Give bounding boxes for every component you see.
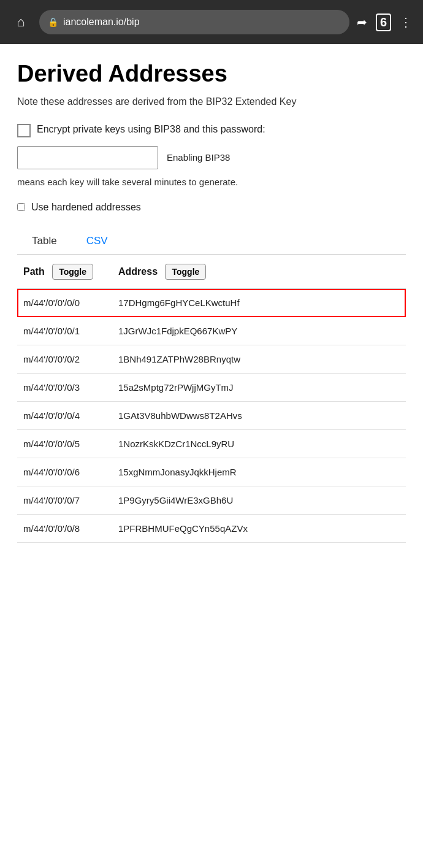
- path-cell: m/44'/0'/0'/0/5: [17, 430, 112, 458]
- address-cell: 1JGrWJc1FdjpkEQ667KwPY: [112, 317, 406, 345]
- bip38-checkbox-row: Encrypt private keys using BIP38 and thi…: [17, 123, 406, 137]
- address-cell: 15a2sMptg72rPWjjMGyTmJ: [112, 374, 406, 402]
- hardened-checkbox-row: Use hardened addresses: [17, 201, 406, 214]
- browser-chrome: ⌂ 🔒 iancoleman.io/bip ➦ 6 ⋮: [0, 0, 423, 44]
- path-toggle-button[interactable]: Toggle: [52, 264, 93, 280]
- table-row[interactable]: m/44'/0'/0'/0/71P9Gyry5Gii4WrE3xGBh6U: [17, 486, 406, 515]
- path-cell: m/44'/0'/0'/0/0: [17, 289, 112, 317]
- path-cell: m/44'/0'/0'/0/3: [17, 374, 112, 402]
- table-row[interactable]: m/44'/0'/0'/0/315a2sMptg72rPWjjMGyTmJ: [17, 374, 406, 402]
- path-cell: m/44'/0'/0'/0/4: [17, 402, 112, 430]
- page-subtitle: Note these addresses are derived from th…: [17, 94, 406, 109]
- col-path-header: Path Toggle: [17, 255, 112, 289]
- bip38-description: Enabling BIP38: [167, 151, 406, 164]
- tab-table[interactable]: Table: [17, 229, 72, 255]
- table-header-row: Path Toggle Address Toggle: [17, 255, 406, 289]
- addresses-table: Path Toggle Address Toggle m/44'/0'/0'/0…: [17, 255, 406, 543]
- menu-icon[interactable]: ⋮: [400, 15, 413, 29]
- tab-csv[interactable]: CSV: [72, 229, 123, 255]
- address-cell: 17DHgmg6FgHYCeLKwctuHf: [112, 289, 406, 317]
- address-cell: 1P9Gyry5Gii4WrE3xGBh6U: [112, 486, 406, 515]
- address-cell: 15xgNmmJonasyJqkkHjemR: [112, 458, 406, 486]
- lock-icon: 🔒: [48, 17, 58, 27]
- hardened-checkbox-label: Use hardened addresses: [31, 201, 141, 214]
- address-cell: 1GAt3V8uhbWDwws8T2AHvs: [112, 402, 406, 430]
- bip38-password-input[interactable]: [17, 146, 158, 169]
- path-cell: m/44'/0'/0'/0/8: [17, 515, 112, 543]
- page-title: Derived Addresses: [17, 61, 406, 87]
- tabs-row: Table CSV: [17, 229, 406, 255]
- path-cell: m/44'/0'/0'/0/2: [17, 345, 112, 374]
- home-icon[interactable]: ⌂: [10, 14, 32, 30]
- bip38-checkbox[interactable]: [17, 124, 31, 137]
- tab-count[interactable]: 6: [376, 13, 391, 31]
- table-row[interactable]: m/44'/0'/0'/0/51NozrKskKDzCr1NccL9yRU: [17, 430, 406, 458]
- browser-actions: ➦ 6 ⋮: [357, 13, 413, 31]
- path-cell: m/44'/0'/0'/0/7: [17, 486, 112, 515]
- address-cell: 1BNh491ZATPhW28BRnyqtw: [112, 345, 406, 374]
- col-address-header: Address Toggle: [112, 255, 406, 289]
- path-cell: m/44'/0'/0'/0/1: [17, 317, 112, 345]
- table-row[interactable]: m/44'/0'/0'/0/017DHgmg6FgHYCeLKwctuHf: [17, 289, 406, 317]
- address-cell: 1NozrKskKDzCr1NccL9yRU: [112, 430, 406, 458]
- path-cell: m/44'/0'/0'/0/6: [17, 458, 112, 486]
- address-toggle-button[interactable]: Toggle: [165, 264, 206, 280]
- table-row[interactable]: m/44'/0'/0'/0/41GAt3V8uhbWDwws8T2AHvs: [17, 402, 406, 430]
- bip38-input-row: Enabling BIP38: [17, 146, 406, 169]
- bip38-checkbox-label: Encrypt private keys using BIP38 and thi…: [37, 123, 265, 136]
- hardened-checkbox[interactable]: [17, 203, 25, 211]
- table-row[interactable]: m/44'/0'/0'/0/21BNh491ZATPhW28BRnyqtw: [17, 345, 406, 374]
- url-text: iancoleman.io/bip: [63, 17, 140, 28]
- url-bar[interactable]: 🔒 iancoleman.io/bip: [39, 10, 349, 34]
- address-cell: 1PFRBHMUFeQgCYn55qAZVx: [112, 515, 406, 543]
- table-row[interactable]: m/44'/0'/0'/0/81PFRBHMUFeQgCYn55qAZVx: [17, 515, 406, 543]
- table-row[interactable]: m/44'/0'/0'/0/615xgNmmJonasyJqkkHjemR: [17, 458, 406, 486]
- share-icon[interactable]: ➦: [357, 15, 367, 29]
- table-row[interactable]: m/44'/0'/0'/0/11JGrWJc1FdjpkEQ667KwPY: [17, 317, 406, 345]
- bip38-note: means each key will take several minutes…: [17, 175, 406, 188]
- page-content: Derived Addresses Note these addresses a…: [0, 44, 423, 567]
